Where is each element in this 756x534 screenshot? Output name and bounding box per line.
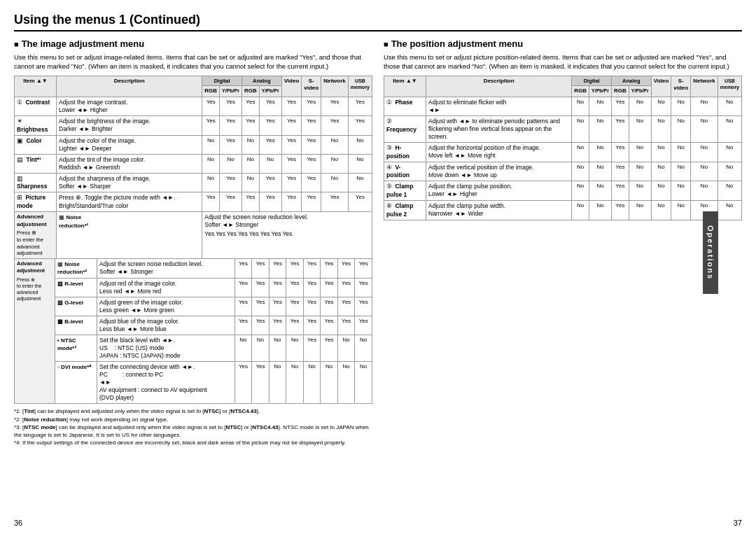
footnotes: *1: [Tint] can be displayed and adjusted… (14, 407, 372, 447)
sharpness-item: ▥ Sharpness (15, 173, 57, 192)
col-desc-header: Description (57, 76, 202, 97)
pos-digital-header: Digital (572, 76, 612, 86)
sharpness-desc: Adjust the sharpness of the image.Softer… (57, 173, 202, 192)
phase-desc: Adjust to eliminate flicker with◄► (426, 97, 572, 115)
phase-item: ① Phase (384, 97, 426, 115)
b-level-item: ▩ B-level (55, 316, 97, 335)
pos-usb-header: USBmemory (718, 76, 741, 97)
clamp-pulse-2-item: ⑥ Clamp pulse 2 (384, 201, 426, 220)
v-position-desc: Adjust the vertical position of the imag… (426, 162, 572, 181)
pos-video-header: Video (651, 76, 671, 97)
tint-desc: Adjust the tint of the image color.Reddi… (57, 154, 202, 173)
brightness-item: ☀ Brightness (15, 115, 57, 135)
pos-rgb1-header: RGB (572, 86, 589, 97)
dvi-mode-item: ▫ DVI mode*⁴ (55, 362, 97, 404)
b-level-desc: Adjust blue of the image color.Less blue… (97, 316, 235, 335)
contrast-desc: Adjust the image contrast.Lower ◄► Highe… (57, 97, 202, 115)
picture-mode-item: ⊞ Picture mode (15, 192, 57, 212)
v-position-item: ④ V-position (384, 162, 426, 181)
table-row: ▩ B-level Adjust blue of the image color… (15, 316, 372, 335)
g-level-item: ▨ G-level (55, 297, 97, 316)
pos-ypbpr1-header: Y/Pb/Pr (589, 86, 612, 97)
ntsc-mode-desc: Set the black level with ◄►.US : NTSC (U… (97, 335, 235, 362)
noise-reduction-desc: Adjust the screen noise reduction level.… (97, 259, 235, 279)
table-row: ▤ Tint*¹ Adjust the tint of the image co… (15, 154, 372, 173)
page-number-left: 36 (14, 519, 22, 527)
sharpness-label: Sharpness (17, 183, 47, 190)
pos-svideo-header: S-video (671, 76, 691, 97)
table-row: ▥ Sharpness Adjust the sharpness of the … (15, 173, 372, 192)
noise-reduction-item: ▦ Noise reduction*² (55, 259, 97, 279)
network-header: Network (321, 76, 349, 97)
left-section-title: The image adjustment menu (14, 38, 372, 49)
table-row: ⊞ Picture mode Press ⊕. Toggle the pictu… (15, 192, 372, 212)
table-row: ② Frequency Adjust with ◄► to eliminate … (384, 115, 742, 142)
clamp-pulse-1-item: ⑤ Clamp pulse 1 (384, 181, 426, 201)
table-row: ▨ G-level Adjust green of the image colo… (15, 297, 372, 316)
footnote-3: *3: [NTSC mode] can be displayed and adj… (14, 423, 372, 439)
brightness-desc: Adjust the brightness of the image.Darke… (57, 115, 202, 135)
table-row: ☀ Brightness Adjust the brightness of th… (15, 115, 372, 135)
frequency-item: ② Frequency (384, 115, 426, 142)
page-title: Using the menus 1 (Continued) (14, 13, 742, 31)
table-row: ③ H-position Adjust the horizontal posit… (384, 142, 742, 162)
footnote-1: *1: [Tint] can be displayed and adjusted… (14, 407, 372, 415)
brightness-label: Brightness (17, 126, 48, 133)
color-desc: Adjust the color of the image.Lighter ◄►… (57, 135, 202, 154)
pos-network-header: Network (691, 76, 718, 97)
h-position-item: ③ H-position (384, 142, 426, 162)
usb-header: USBmemory (348, 76, 372, 97)
col-item-header: Item ▲▼ (15, 76, 57, 97)
video-header: Video (281, 76, 302, 97)
page-number-right: 37 (734, 519, 742, 527)
footnote-2: *2: [Noise reduction] may not work depen… (14, 416, 372, 423)
color-item: ▣ Color (15, 135, 57, 154)
dvi-mode-desc: Set the connecting device with ◄►.PC : c… (97, 362, 235, 404)
table-row: ① Phase Adjust to eliminate flicker with… (384, 97, 742, 115)
contrast-item: ① Contrast (15, 97, 57, 115)
advanced-label-cell: Advancedadjustment Press ⊕to enter thead… (15, 259, 55, 404)
advanced-item: Advancedadjustment Press ⊕to enter thead… (15, 212, 57, 259)
image-adjustment-table: Item ▲▼ Description Digital Analog Video… (14, 76, 372, 259)
pos-analog-header: Analog (611, 76, 651, 86)
rgb1-header: RGB (202, 86, 220, 97)
advanced-adjustment-row: Advancedadjustment Press ⊕to enter thead… (15, 212, 372, 259)
table-row: ▣ Color Adjust the color of the image.Li… (15, 135, 372, 154)
digital-header: Digital (202, 76, 242, 86)
clamp-pulse-2-desc: Adjust the clamp pulse width.Narrower ◄►… (426, 201, 572, 220)
table-row: ⑤ Clamp pulse 1 Adjust the clamp pulse p… (384, 181, 742, 201)
position-adjustment-table: Item ▲▼ Description Digital Analog Video… (384, 76, 742, 220)
table-row: ⑥ Clamp pulse 2 Adjust the clamp pulse w… (384, 201, 742, 220)
rgb2-header: RGB (241, 86, 259, 97)
table-row: Advancedadjustment Press ⊕to enter thead… (15, 259, 372, 279)
frequency-desc: Adjust with ◄► to eliminate periodic pat… (426, 115, 572, 142)
table-row: ① Contrast Adjust the image contrast.Low… (15, 97, 372, 115)
clamp-pulse-1-desc: Adjust the clamp pulse position.Lower ◄►… (426, 181, 572, 201)
table-row: ④ V-position Adjust the vertical positio… (384, 162, 742, 181)
ntsc-mode-item: ▪ NTSC mode*³ (55, 335, 97, 362)
footnote-4: *4: If the output settings of the connec… (14, 439, 372, 447)
page: Using the menus 1 (Continued) The image … (0, 0, 756, 534)
h-position-desc: Adjust the horizontal position of the im… (426, 142, 572, 162)
r-level-item: ▧ R-level (55, 278, 97, 297)
ypbpr1-header: Y/Pb/Pr (220, 86, 242, 97)
table-row: ▧ R-level Adjust red of the image color.… (15, 278, 372, 297)
pos-rgb2-header: RGB (611, 86, 629, 97)
noise-reduction-desc: Adjust the screen noise reduction level.… (202, 212, 372, 259)
pos-item-header: Item ▲▼ (384, 76, 426, 97)
left-section-desc: Use this menu to set or adjust image-rel… (14, 52, 372, 71)
r-level-desc: Adjust red of the image color.Less red ◄… (97, 278, 235, 297)
noise-reduction-cell: ▦ Noisereduction*² (57, 212, 202, 259)
right-section: The position adjustment menu Use this me… (384, 38, 742, 514)
analog-header: Analog (241, 76, 281, 86)
table-row: ▪ NTSC mode*³ Set the black level with ◄… (15, 335, 372, 362)
svideo-header: S-video (302, 76, 321, 97)
right-section-desc: Use this menu to set or adjust picture p… (384, 52, 742, 71)
content-area: The image adjustment menu Use this menu … (14, 38, 742, 514)
ypbpr2-header: Y/Pb/Pr (259, 86, 281, 97)
right-section-title: The position adjustment menu (384, 38, 742, 49)
page-numbers: 36 37 (14, 519, 742, 527)
pos-ypbpr2-header: Y/Pb/Pr (629, 86, 651, 97)
g-level-desc: Adjust green of the image color.Less gre… (97, 297, 235, 316)
table-row: ▫ DVI mode*⁴ Set the connecting device w… (15, 362, 372, 404)
